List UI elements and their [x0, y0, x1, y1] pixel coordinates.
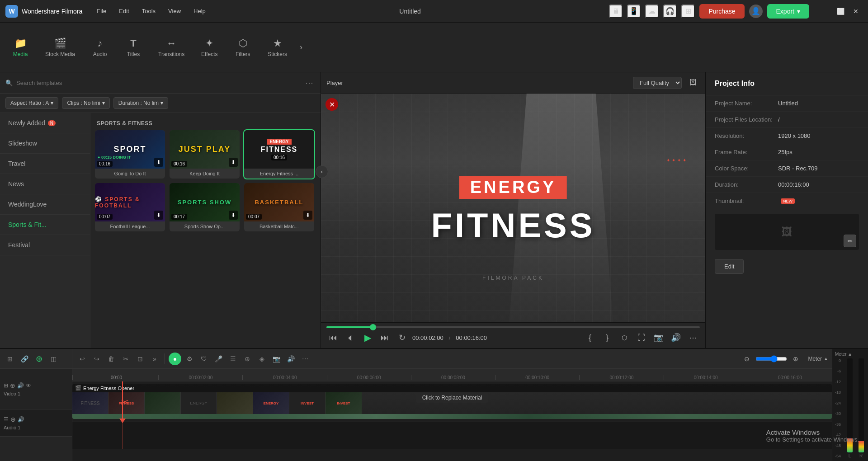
tl-btn-record[interactable]: ●	[169, 353, 181, 365]
nav-slideshow[interactable]: Slideshow	[0, 133, 90, 154]
audio-track-add-icon[interactable]: ⊕	[10, 416, 16, 423]
template-going-to-do-it[interactable]: SPORT ● 00:15 DOING IT 00:16 ⬇ Going To …	[95, 130, 165, 179]
tl-btn-mic[interactable]: 🎤	[212, 353, 225, 365]
clips-filter[interactable]: Clips : No limi ▾	[62, 97, 109, 109]
tool-transitions[interactable]: ↔ Transitions	[151, 34, 192, 61]
aspect-ratio-filter[interactable]: Aspect Ratio : A ▾	[5, 97, 58, 109]
zoom-slider[interactable]	[755, 355, 787, 362]
tl-btn-redo[interactable]: ↪	[90, 353, 103, 365]
nav-sports-fitness[interactable]: Sports & Fit...	[0, 215, 90, 235]
video-clip[interactable]: 🎬 Energy Fitness Opener FITNESS FITNESS …	[72, 384, 832, 419]
player-close-button[interactable]: ✕	[326, 98, 338, 111]
tool-audio[interactable]: ♪ Audio	[84, 34, 116, 61]
nav-travel[interactable]: Travel	[0, 154, 90, 174]
download-icon-1[interactable]: ⬇	[154, 158, 163, 167]
video-track-add-icon[interactable]: ⊕	[10, 382, 15, 389]
tl-btn-audio2[interactable]: 🔊	[284, 353, 297, 365]
mark-in-button[interactable]: {	[583, 331, 597, 344]
icon-layout[interactable]: ⊞	[681, 5, 695, 18]
progress-handle[interactable]	[370, 324, 376, 330]
play-button[interactable]: ▶	[361, 331, 374, 344]
timeline-tool-grid[interactable]: ⊞	[4, 353, 16, 365]
collapse-panel-button[interactable]: ‹	[316, 165, 328, 178]
search-more-button[interactable]: ⋯	[303, 76, 315, 89]
mark-out-button[interactable]: }	[600, 331, 614, 344]
audio-settings-button[interactable]: 🔊	[669, 331, 683, 344]
tl-btn-undo[interactable]: ↩	[76, 353, 89, 365]
tool-effects[interactable]: ✦ Effects	[193, 34, 225, 61]
tool-filters[interactable]: ⬡ Filters	[227, 34, 259, 61]
skip-back-button[interactable]: ⏮	[326, 331, 340, 344]
tl-btn-crop[interactable]: ⊡	[134, 353, 146, 365]
tool-stock-media[interactable]: 🎬 Stock Media	[38, 34, 82, 61]
zoom-out-button[interactable]: ⊖	[740, 352, 754, 366]
menu-tools[interactable]: Tools	[137, 5, 161, 17]
timeline-track-add[interactable]: ⊕	[33, 353, 45, 365]
search-input[interactable]	[16, 80, 300, 86]
trim-button[interactable]: ⬡	[618, 331, 631, 344]
close-button[interactable]: ✕	[849, 5, 863, 18]
download-icon-4[interactable]: ⬇	[154, 211, 163, 220]
nav-festival[interactable]: Festival	[0, 235, 90, 255]
tool-media[interactable]: 📁 Media	[5, 34, 36, 61]
tl-btn-motion[interactable]: ◈	[255, 353, 268, 365]
nav-weddinglove[interactable]: WeddingLove	[0, 194, 90, 215]
snapshot-button[interactable]: 📷	[652, 331, 665, 344]
icon-monitor[interactable]: 🖥	[609, 5, 623, 18]
toolbar-more-button[interactable]: ›	[296, 39, 306, 56]
menu-view[interactable]: View	[163, 5, 186, 17]
tl-btn-settings[interactable]: ⚙	[183, 353, 196, 365]
menu-edit[interactable]: Edit	[113, 5, 134, 17]
icon-cloud[interactable]: ☁	[645, 5, 659, 18]
download-icon-5[interactable]: ⬇	[229, 211, 238, 220]
fullscreen-button[interactable]: ⛶	[635, 331, 648, 344]
template-football-league[interactable]: ⚽ SPORTS & FOOTBALL 00:07 ⬇ Football Lea…	[95, 183, 165, 231]
export-label: Export	[776, 8, 794, 15]
tl-btn-cut[interactable]: ✂	[119, 353, 132, 365]
nav-newly-added[interactable]: Newly Added N	[0, 113, 90, 133]
avatar[interactable]: 👤	[749, 5, 763, 18]
tl-btn-more[interactable]: »	[148, 353, 161, 365]
step-back-button[interactable]: ⏴	[344, 331, 357, 344]
player-settings-icon[interactable]: 🖼	[686, 76, 700, 89]
timeline-tool-link[interactable]: 🔗	[18, 353, 31, 365]
template-sports-show[interactable]: SPORTS SHOW 00:17 ⬇ Sports Show Op...	[170, 183, 240, 231]
loop-button[interactable]: ↻	[395, 331, 409, 344]
template-energy-fitness[interactable]: ENERGY FITNESS 00:16 Energy Fitness ...	[244, 130, 314, 179]
tl-btn-camera[interactable]: 📷	[270, 353, 283, 365]
download-icon-6[interactable]: ⬇	[303, 211, 312, 220]
minimize-button[interactable]: —	[818, 5, 832, 18]
audio-track-volume-icon[interactable]: 🔊	[18, 416, 24, 423]
tl-btn-transition[interactable]: ⊕	[241, 353, 254, 365]
template-basketball-match[interactable]: BASKETBALL 00:07 ⬇ Basketball Matc...	[244, 183, 314, 231]
nav-news[interactable]: News	[0, 174, 90, 194]
video-track-eye-icon[interactable]: 👁	[26, 382, 31, 389]
export-chevron-icon: ▾	[797, 8, 800, 15]
progress-bar[interactable]	[326, 326, 700, 328]
tl-btn-shield[interactable]: 🛡	[198, 353, 210, 365]
zoom-in-button[interactable]: ⊕	[789, 352, 802, 366]
purchase-button[interactable]: Purchase	[699, 4, 744, 19]
icon-headphones[interactable]: 🎧	[663, 5, 677, 18]
tl-btn-export-audio[interactable]: ☰	[226, 353, 239, 365]
duration-filter[interactable]: Duration : No lim ▾	[113, 97, 168, 109]
download-icon-2[interactable]: ⬇	[229, 158, 238, 167]
timeline-tool-snap[interactable]: ◫	[47, 353, 60, 365]
edit-button[interactable]: Edit	[715, 259, 744, 274]
edit-thumbnail-button[interactable]: ✏	[844, 235, 856, 247]
tl-btn-more2[interactable]: ⋯	[299, 353, 311, 365]
menu-help[interactable]: Help	[188, 5, 211, 17]
export-button[interactable]: Export ▾	[767, 4, 809, 19]
menu-file[interactable]: File	[91, 5, 112, 17]
tool-titles[interactable]: T Titles	[118, 34, 149, 61]
skip-forward-button[interactable]: ⏭	[378, 331, 392, 344]
video-track-audio-icon[interactable]: 🔊	[17, 382, 24, 389]
icon-phone[interactable]: 📱	[627, 5, 641, 18]
tl-btn-delete[interactable]: 🗑	[105, 353, 118, 365]
tool-stickers[interactable]: ★ Stickers	[260, 34, 294, 61]
aspect-ratio-label: Aspect Ratio : A	[10, 100, 49, 106]
quality-select[interactable]: Full Quality	[633, 77, 682, 89]
template-keep-doing-it[interactable]: JUST PLAY 00:16 ⬇ Keep Doing It	[170, 130, 240, 179]
maximize-button[interactable]: ⬜	[834, 5, 847, 18]
player-more-button[interactable]: ⋯	[686, 331, 700, 344]
